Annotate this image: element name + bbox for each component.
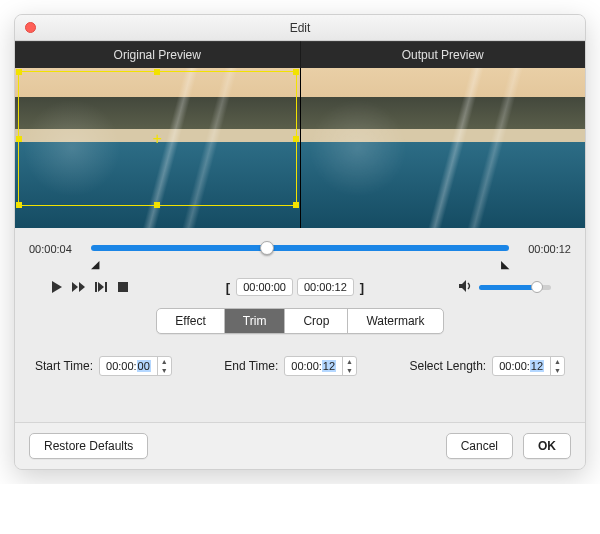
original-preview-label: Original Preview <box>15 41 301 68</box>
preview-panes: + <box>15 68 585 228</box>
crop-handle-l[interactable] <box>16 136 22 142</box>
range-end-display: 00:00:12 <box>297 278 354 296</box>
svg-marker-1 <box>72 282 78 292</box>
crop-handle-r[interactable] <box>293 136 299 142</box>
timeline-total: 00:00:12 <box>517 243 571 255</box>
chevron-up-icon[interactable]: ▲ <box>343 357 356 366</box>
crop-handle-br[interactable] <box>293 202 299 208</box>
next-frame-button[interactable] <box>93 279 109 295</box>
tab-trim[interactable]: Trim <box>225 309 286 333</box>
crop-handle-tl[interactable] <box>16 69 22 75</box>
edit-window: Edit Original Preview Output Preview + <box>14 14 586 470</box>
timeline-track[interactable] <box>91 238 509 260</box>
set-start-button[interactable]: [ <box>224 280 232 295</box>
volume-thumb[interactable] <box>531 281 543 293</box>
select-length-stepper[interactable]: 00:00:12 ▲▼ <box>492 356 565 376</box>
volume-icon[interactable] <box>459 280 473 295</box>
end-time-label: End Time: <box>224 359 278 373</box>
end-time-stepper[interactable]: 00:00:12 ▲▼ <box>284 356 357 376</box>
preview-headers: Original Preview Output Preview <box>15 41 585 68</box>
crop-handle-tr[interactable] <box>293 69 299 75</box>
chevron-down-icon[interactable]: ▼ <box>158 366 171 375</box>
window-title: Edit <box>15 21 585 35</box>
timeline-playhead[interactable] <box>260 241 274 255</box>
range-end-handle[interactable]: ◣ <box>501 258 509 271</box>
tab-bar: EffectTrimCropWatermark <box>156 308 443 334</box>
output-thumbnail <box>301 68 586 228</box>
cancel-button[interactable]: Cancel <box>446 433 513 459</box>
titlebar: Edit <box>15 15 585 41</box>
set-end-button[interactable]: ] <box>358 280 366 295</box>
original-preview[interactable]: + <box>15 68 301 228</box>
start-time-stepper[interactable]: 00:00:00 ▲▼ <box>99 356 172 376</box>
fast-forward-button[interactable] <box>71 279 87 295</box>
restore-defaults-button[interactable]: Restore Defaults <box>29 433 148 459</box>
svg-rect-6 <box>118 282 128 292</box>
select-length-label: Select Length: <box>409 359 486 373</box>
volume-slider[interactable] <box>479 285 551 290</box>
svg-marker-4 <box>98 282 104 292</box>
svg-rect-3 <box>95 282 97 292</box>
crop-handle-t[interactable] <box>154 69 160 75</box>
range-start-handle[interactable]: ◢ <box>91 258 99 271</box>
play-button[interactable] <box>49 279 65 295</box>
tab-crop[interactable]: Crop <box>285 309 348 333</box>
crop-handle-bl[interactable] <box>16 202 22 208</box>
chevron-up-icon[interactable]: ▲ <box>158 357 171 366</box>
tab-watermark[interactable]: Watermark <box>348 309 442 333</box>
tab-effect[interactable]: Effect <box>157 309 224 333</box>
range-start-display: 00:00:00 <box>236 278 293 296</box>
timeline: 00:00:04 00:00:12 <box>29 238 571 260</box>
crop-center-icon[interactable]: + <box>153 131 162 147</box>
start-time-label: Start Time: <box>35 359 93 373</box>
crop-handle-b[interactable] <box>154 202 160 208</box>
svg-rect-5 <box>105 282 107 292</box>
svg-marker-7 <box>459 280 466 292</box>
svg-marker-2 <box>79 282 85 292</box>
ok-button[interactable]: OK <box>523 433 571 459</box>
chevron-up-icon[interactable]: ▲ <box>551 357 564 366</box>
chevron-down-icon[interactable]: ▼ <box>343 366 356 375</box>
output-preview-label: Output Preview <box>301 41 586 68</box>
svg-marker-0 <box>52 281 62 293</box>
crop-frame[interactable]: + <box>18 71 297 206</box>
chevron-down-icon[interactable]: ▼ <box>551 366 564 375</box>
timeline-current: 00:00:04 <box>29 243 83 255</box>
close-icon[interactable] <box>25 22 36 33</box>
output-preview <box>301 68 586 228</box>
stop-button[interactable] <box>115 279 131 295</box>
